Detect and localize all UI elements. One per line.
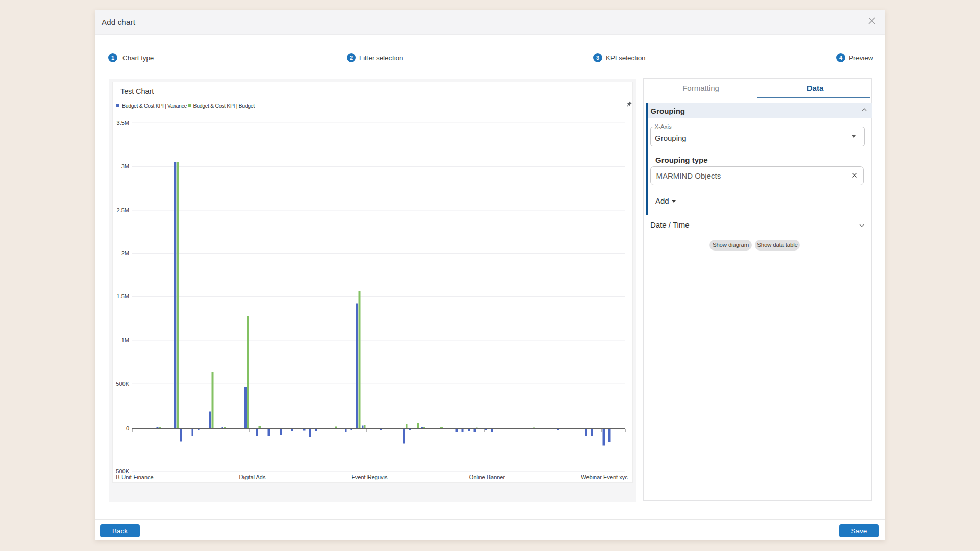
svg-text:B-Unit-Finance: B-Unit-Finance xyxy=(116,474,153,480)
svg-text:3.5M: 3.5M xyxy=(117,120,129,126)
svg-text:Online Banner: Online Banner xyxy=(469,474,505,480)
svg-text:2.5M: 2.5M xyxy=(117,207,129,213)
svg-text:0: 0 xyxy=(126,425,129,431)
svg-text:3M: 3M xyxy=(121,163,129,169)
svg-text:2M: 2M xyxy=(121,250,129,256)
svg-text:500K: 500K xyxy=(116,381,129,387)
svg-text:1M: 1M xyxy=(121,337,129,343)
svg-text:1.5M: 1.5M xyxy=(117,293,129,299)
svg-text:Event Reguvis: Event Reguvis xyxy=(352,474,388,480)
svg-text:Webinar Event xyc: Webinar Event xyc xyxy=(581,474,628,480)
svg-text:Digital Ads: Digital Ads xyxy=(239,474,266,480)
